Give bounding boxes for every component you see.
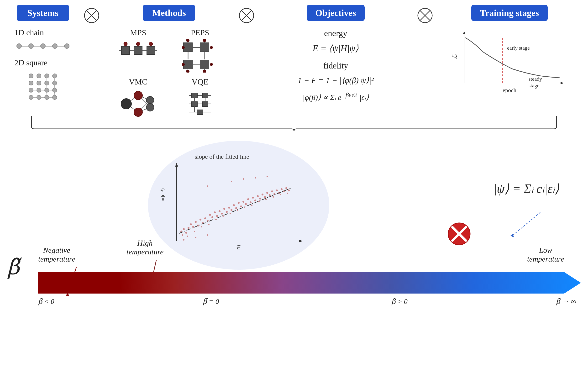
square-label: 2D square <box>14 58 47 67</box>
svg-point-170 <box>231 181 232 182</box>
bottom-section: slope of the fitted line ln(|cᵢ|²) E <box>0 134 588 313</box>
svg-rect-28 <box>134 46 142 55</box>
svg-point-128 <box>230 209 232 211</box>
svg-point-166 <box>273 196 274 198</box>
vmc-item: VMC <box>112 77 164 119</box>
svg-point-121 <box>214 212 216 213</box>
svg-point-110 <box>188 227 190 229</box>
svg-text:steady: steady <box>529 76 542 82</box>
energy-eq: E = ⟨ψ|H|ψ⟩ <box>312 43 359 54</box>
chain-diagram <box>17 43 69 49</box>
svg-point-123 <box>219 210 220 212</box>
beta-inf-label: β̃ → ∞ <box>556 297 576 305</box>
svg-point-9 <box>37 74 41 78</box>
svg-point-17 <box>37 88 41 92</box>
svg-point-113 <box>195 221 197 223</box>
chain-link <box>46 46 52 46</box>
svg-point-58 <box>210 46 213 49</box>
methods-column: Methods MPS <box>107 5 231 119</box>
chain-node <box>40 43 46 49</box>
svg-point-21 <box>37 95 41 100</box>
svg-point-152 <box>288 190 290 191</box>
svg-point-18 <box>45 88 49 92</box>
svg-point-141 <box>262 193 263 195</box>
svg-point-172 <box>255 177 256 178</box>
svg-point-147 <box>276 190 278 191</box>
svg-rect-29 <box>147 46 155 55</box>
chain-node <box>17 43 22 49</box>
svg-point-108 <box>183 228 185 230</box>
svg-rect-75 <box>202 93 208 98</box>
chain-node <box>52 43 57 49</box>
svg-point-109 <box>185 232 187 234</box>
svg-rect-45 <box>200 43 209 52</box>
fidelity-label: fidelity <box>323 61 348 71</box>
negative-temp-label: Negativetemperature <box>38 246 75 264</box>
svg-rect-76 <box>192 102 197 106</box>
svg-point-171 <box>243 178 244 180</box>
svg-point-143 <box>266 192 268 194</box>
svg-point-15 <box>53 81 57 85</box>
svg-rect-74 <box>192 93 197 98</box>
mps-diagram <box>119 39 157 61</box>
svg-point-67 <box>134 91 142 100</box>
svg-point-20 <box>29 95 33 100</box>
svg-marker-92 <box>560 82 564 84</box>
svg-text:epoch: epoch <box>503 87 516 93</box>
svg-text:E: E <box>237 244 240 251</box>
svg-point-13 <box>37 81 41 85</box>
beta-pos-label: β̃ > 0 <box>391 297 408 305</box>
svg-point-32 <box>124 42 128 46</box>
vqe-item: VQE <box>174 77 226 119</box>
objectives-content: energy E = ⟨ψ|H|ψ⟩ fidelity 1 − F = 1 − … <box>293 28 378 102</box>
chain-link <box>22 46 28 46</box>
beta-tilde-label: β̃ <box>7 254 19 279</box>
svg-point-12 <box>29 81 33 85</box>
psi-equation: |ψ⟩ = Σᵢ cᵢ|εᵢ⟩ <box>494 181 559 196</box>
svg-point-16 <box>29 88 33 92</box>
systems-badge: Systems <box>17 5 69 21</box>
svg-point-158 <box>215 219 217 220</box>
svg-point-119 <box>209 214 211 216</box>
svg-point-19 <box>53 88 57 92</box>
chain-node <box>28 43 34 49</box>
svg-marker-104 <box>299 239 303 242</box>
brace-container <box>0 115 588 131</box>
svg-point-111 <box>190 223 192 225</box>
svg-point-52 <box>186 70 190 73</box>
svg-point-155 <box>194 231 195 232</box>
objectives-badge: Objectives <box>307 5 365 21</box>
svg-point-36 <box>149 42 153 46</box>
svg-point-34 <box>136 42 140 46</box>
svg-text:stage: stage <box>529 83 539 89</box>
svg-point-120 <box>211 216 213 218</box>
svg-point-14 <box>45 81 49 85</box>
svg-point-50 <box>203 39 206 42</box>
training-column: Training stages ℒ epoch early stage stea… <box>441 5 579 95</box>
svg-point-117 <box>204 217 206 219</box>
svg-text:slope of the fitted line: slope of the fitted line <box>195 153 249 160</box>
svg-point-137 <box>252 197 254 199</box>
beta-zero-label: β̃ = 0 <box>203 297 219 305</box>
svg-point-126 <box>226 211 228 213</box>
svg-rect-47 <box>200 60 209 69</box>
svg-point-118 <box>207 220 209 222</box>
beta-neg-label: β̃ < 0 <box>38 297 55 305</box>
svg-point-8 <box>29 74 33 78</box>
vqe-label: VQE <box>192 77 208 86</box>
svg-point-168 <box>287 193 288 194</box>
chain-link <box>34 46 40 46</box>
otimes-2 <box>231 7 262 24</box>
energy-label: energy <box>324 28 347 38</box>
otimes-3 <box>410 7 441 24</box>
svg-point-164 <box>258 201 260 202</box>
svg-point-157 <box>208 224 210 225</box>
chain-label: 1D chain <box>14 28 44 37</box>
scatter-ellipse: slope of the fitted line ln(|cᵢ|²) E <box>148 141 329 270</box>
svg-point-125 <box>223 208 225 210</box>
svg-marker-91 <box>463 31 465 34</box>
vmc-label: VMC <box>129 77 147 86</box>
top-section: Systems 1D chain 2D square <box>0 0 588 119</box>
svg-point-169 <box>207 185 208 187</box>
svg-point-153 <box>182 234 183 236</box>
